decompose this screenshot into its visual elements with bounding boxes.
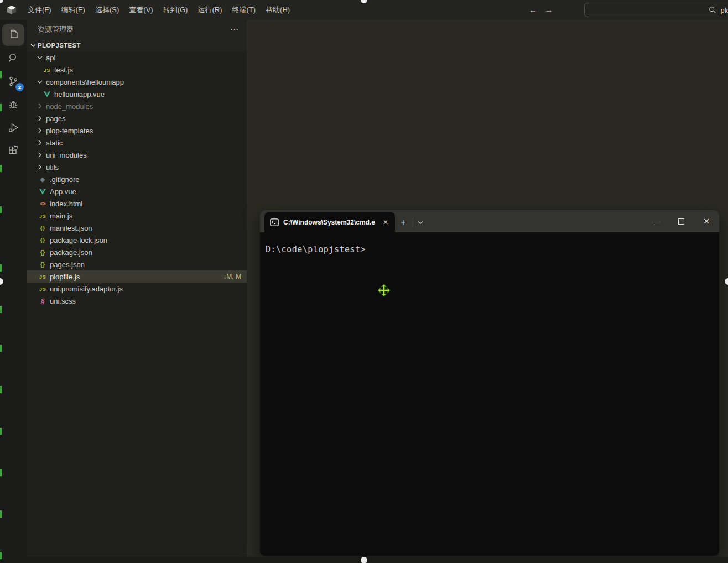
back-arrow-icon[interactable]: ← <box>526 5 541 15</box>
terminal-window: C:\Windows\System32\cmd.e ✕ + — ✕ D:\cod… <box>260 210 719 556</box>
menu-selection[interactable]: 选择(S) <box>90 0 124 20</box>
screen: 文件(F) 编辑(E) 选择(S) 查看(V) 转到(G) 运行(R) 终端(T… <box>0 0 728 563</box>
json-file-icon: {} <box>38 261 48 268</box>
edge-artifact <box>0 428 2 435</box>
search-icon <box>709 6 716 14</box>
tree-item-app-vue[interactable]: App.vue <box>27 185 247 197</box>
tree-item-api[interactable]: api <box>27 51 247 64</box>
js-file-icon: JS <box>38 274 48 280</box>
tree-item-uni-scss[interactable]: § uni.scss <box>27 295 247 307</box>
terminal-tab-cmd[interactable]: C:\Windows\System32\cmd.e ✕ <box>264 212 395 232</box>
more-actions-icon[interactable]: ⋯ <box>230 24 239 34</box>
html-file-icon: <> <box>38 201 48 207</box>
chevron-down-icon <box>29 41 38 50</box>
cmd-icon <box>270 218 279 226</box>
selection-handle-right[interactable] <box>725 278 728 285</box>
source-control-icon[interactable]: 2 <box>2 70 24 92</box>
edge-artifact <box>0 165 2 172</box>
edge-artifact <box>0 264 2 272</box>
project-section-header[interactable]: PLOPJSTEST <box>27 39 247 51</box>
chevron-right-icon <box>35 150 44 159</box>
edge-artifact <box>0 510 2 518</box>
chevron-right-icon <box>35 114 44 123</box>
edge-artifact <box>0 206 2 213</box>
chevron-right-icon <box>35 163 44 171</box>
edge-artifact <box>0 469 2 476</box>
tree-item-package-json[interactable]: {} package.json <box>27 246 247 258</box>
chevron-down-icon <box>35 77 44 86</box>
tree-item-manifest-json[interactable]: {} manifest.json <box>27 222 247 234</box>
tree-item-static[interactable]: static <box>27 137 247 149</box>
chevron-right-icon <box>35 102 44 111</box>
maximize-icon <box>678 218 684 225</box>
menu-help[interactable]: 帮助(H) <box>261 0 295 20</box>
git-status-badge: ↓M, M <box>223 273 241 280</box>
menu-terminal[interactable]: 终端(T) <box>227 0 261 20</box>
tree-item-main-js[interactable]: JS main.js <box>27 210 247 222</box>
move-cursor-icon <box>377 283 391 298</box>
terminal-body[interactable]: D:\code\plopjstest> <box>260 232 719 556</box>
menu-run[interactable]: 运行(R) <box>193 0 227 20</box>
search-sidebar-icon[interactable] <box>2 47 24 69</box>
command-center-search[interactable]: plop <box>584 3 728 17</box>
forward-arrow-icon[interactable]: → <box>541 5 557 15</box>
sass-file-icon: § <box>38 297 48 305</box>
menu-view[interactable]: 查看(V) <box>124 0 158 20</box>
explorer-sidebar: 资源管理器 ⋯ PLOPJSTEST api JS test.js compon… <box>27 20 247 557</box>
chevron-right-icon <box>35 126 44 135</box>
edge-artifact <box>0 345 2 352</box>
tree-item-hellouniapp-vue[interactable]: hellouniapp.vue <box>27 88 247 100</box>
new-tab-icon[interactable]: + <box>395 212 412 232</box>
bug-icon[interactable] <box>2 93 24 116</box>
js-file-icon: JS <box>38 286 48 292</box>
tree-item-test-js[interactable]: JS test.js <box>27 64 247 76</box>
scm-badge: 2 <box>15 83 24 91</box>
terminal-prompt: D:\code\plopjstest> <box>266 244 366 254</box>
edge-artifact <box>0 552 2 559</box>
menu-go[interactable]: 转到(G) <box>158 0 193 20</box>
menu-file[interactable]: 文件(F) <box>23 0 56 20</box>
tree-item-plopfile-js[interactable]: JS plopfile.js ↓M, M <box>27 270 247 283</box>
tab-close-icon[interactable]: ✕ <box>381 218 391 226</box>
tree-item-uni-modules[interactable]: uni_modules <box>27 149 247 161</box>
json-file-icon: {} <box>38 237 48 243</box>
json-file-icon: {} <box>38 225 48 231</box>
tree-item-node-modules[interactable]: node_modules <box>27 100 247 112</box>
explorer-title: 资源管理器 <box>38 24 230 34</box>
tree-item-plop-templates[interactable]: plop-templates <box>27 124 247 137</box>
chevron-right-icon <box>35 138 44 147</box>
tree-item-index-html[interactable]: <> index.html <box>27 197 247 210</box>
project-name: PLOPJSTEST <box>38 42 81 49</box>
edge-artifact <box>0 386 2 393</box>
minimize-button[interactable]: — <box>643 210 668 232</box>
run-debug-icon[interactable] <box>2 117 24 139</box>
menu-edit[interactable]: 编辑(E) <box>56 0 90 20</box>
json-file-icon: {} <box>38 249 48 256</box>
tree-item-pages[interactable]: pages <box>27 112 247 124</box>
file-tree: api JS test.js components\hellouniapp he… <box>27 51 247 557</box>
extensions-icon[interactable] <box>2 140 24 162</box>
app-logo-icon <box>6 4 17 15</box>
tab-dropdown-icon[interactable] <box>412 212 429 232</box>
terminal-title-bar[interactable]: C:\Windows\System32\cmd.e ✕ + — ✕ <box>260 210 719 232</box>
tree-item-utils[interactable]: utils <box>27 161 247 173</box>
close-button[interactable]: ✕ <box>694 210 719 232</box>
maximize-button[interactable] <box>668 210 694 232</box>
terminal-tab-title: C:\Windows\System32\cmd.e <box>283 218 381 226</box>
tree-item-package-lock-json[interactable]: {} package-lock.json <box>27 234 247 246</box>
explorer-icon[interactable] <box>2 24 24 46</box>
tree-item-gitignore[interactable]: ◈ .gitignore <box>27 173 247 185</box>
git-file-icon: ◈ <box>38 176 48 183</box>
tree-item-pages-json[interactable]: {} pages.json <box>27 258 247 270</box>
edge-artifact <box>0 306 2 313</box>
vue-file-icon <box>42 91 52 98</box>
tree-item-uni-promisify-adaptor-js[interactable]: JS uni.promisify.adaptor.js <box>27 283 247 295</box>
vue-file-icon <box>38 188 48 195</box>
edge-artifact <box>0 104 2 111</box>
tree-item-components-hellouniapp[interactable]: components\hellouniapp <box>27 76 247 88</box>
activity-bar: 2 <box>0 20 27 563</box>
chevron-down-icon <box>35 53 44 62</box>
selection-handle-bottom[interactable] <box>361 557 367 563</box>
js-file-icon: JS <box>42 67 52 73</box>
edge-artifact <box>0 71 2 78</box>
